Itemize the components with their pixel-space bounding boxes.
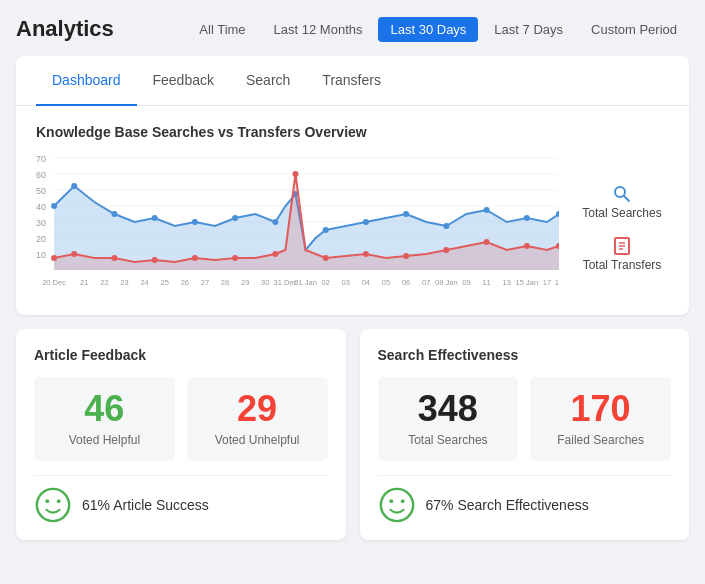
svg-point-19 [152, 215, 158, 221]
svg-point-83 [380, 489, 412, 521]
svg-text:60: 60 [36, 170, 46, 180]
chart-svg: 70 60 50 40 30 20 10 [36, 150, 559, 305]
svg-point-24 [323, 227, 329, 233]
legend-total-transfers-label: Total Transfers [583, 258, 662, 272]
svg-text:30: 30 [36, 218, 46, 228]
search-effectiveness-title: Search Effectiveness [378, 347, 672, 363]
svg-point-35 [152, 257, 158, 263]
chart-container: 70 60 50 40 30 20 10 [36, 150, 669, 305]
svg-point-85 [400, 499, 404, 503]
total-searches-box: 348 Total Searches [378, 377, 519, 461]
svg-point-21 [232, 215, 238, 221]
svg-point-32 [51, 255, 57, 261]
svg-point-82 [57, 499, 61, 503]
total-searches-label: Total Searches [388, 433, 509, 447]
transfers-icon [612, 236, 632, 256]
legend-total-transfers: Total Transfers [575, 236, 669, 272]
svg-text:03: 03 [342, 278, 350, 287]
svg-text:15 Jan: 15 Jan [515, 278, 538, 287]
voted-helpful-box: 46 Voted Helpful [34, 377, 175, 461]
voted-unhelpful-label: Voted Unhelpful [197, 433, 318, 447]
tab-dashboard[interactable]: Dashboard [36, 56, 137, 106]
failed-searches-box: 170 Failed Searches [530, 377, 671, 461]
svg-text:40: 40 [36, 202, 46, 212]
legend-total-searches: Total Searches [575, 184, 669, 220]
svg-point-43 [443, 247, 449, 253]
svg-point-28 [484, 207, 490, 213]
search-icon [612, 184, 632, 204]
svg-point-39 [292, 171, 298, 177]
tab-search[interactable]: Search [230, 56, 306, 106]
period-selector: All Time Last 12 Months Last 30 Days Las… [187, 17, 689, 42]
svg-line-75 [624, 196, 629, 201]
period-custom[interactable]: Custom Period [579, 17, 689, 42]
voted-unhelpful-box: 29 Voted Unhelpful [187, 377, 328, 461]
svg-text:22: 22 [100, 278, 108, 287]
svg-text:70: 70 [36, 154, 46, 164]
svg-text:02: 02 [321, 278, 329, 287]
svg-text:18: 18 [555, 278, 559, 287]
svg-point-41 [363, 251, 369, 257]
svg-text:07: 07 [422, 278, 430, 287]
svg-point-25 [363, 219, 369, 225]
svg-text:25: 25 [161, 278, 169, 287]
tab-bar: Dashboard Feedback Search Transfers [16, 56, 689, 106]
period-30-days[interactable]: Last 30 Days [378, 17, 478, 42]
tab-transfers[interactable]: Transfers [306, 56, 397, 106]
article-feedback-stats: 46 Voted Helpful 29 Voted Unhelpful [34, 377, 328, 461]
svg-point-26 [403, 211, 409, 217]
failed-searches-number: 170 [540, 391, 661, 427]
svg-point-22 [272, 219, 278, 225]
svg-text:13: 13 [503, 278, 511, 287]
failed-searches-label: Failed Searches [540, 433, 661, 447]
chart-area: 70 60 50 40 30 20 10 [36, 150, 559, 305]
svg-text:21: 21 [80, 278, 88, 287]
bottom-cards: Article Feedback 46 Voted Helpful 29 Vot… [16, 329, 689, 540]
svg-point-36 [192, 255, 198, 261]
svg-text:24: 24 [140, 278, 148, 287]
svg-text:04: 04 [362, 278, 370, 287]
svg-point-33 [71, 251, 77, 257]
svg-point-38 [272, 251, 278, 257]
svg-text:01 Jan: 01 Jan [294, 278, 317, 287]
voted-helpful-number: 46 [44, 391, 165, 427]
period-12-months[interactable]: Last 12 Months [262, 17, 375, 42]
chart-title: Knowledge Base Searches vs Transfers Ove… [36, 124, 669, 140]
svg-text:27: 27 [201, 278, 209, 287]
voted-unhelpful-number: 29 [197, 391, 318, 427]
page-header: Analytics All Time Last 12 Months Last 3… [16, 16, 689, 42]
article-feedback-footer: 61% Article Success [34, 475, 328, 524]
svg-text:06: 06 [402, 278, 410, 287]
svg-text:50: 50 [36, 186, 46, 196]
svg-text:20: 20 [36, 234, 46, 244]
page-title: Analytics [16, 16, 114, 42]
svg-text:11: 11 [482, 278, 490, 287]
chart-legend: Total Searches Total Transfers [559, 150, 669, 305]
svg-point-42 [403, 253, 409, 259]
svg-text:09: 09 [462, 278, 470, 287]
main-card: Dashboard Feedback Search Transfers Know… [16, 56, 689, 315]
svg-text:29: 29 [241, 278, 249, 287]
period-all-time[interactable]: All Time [187, 17, 257, 42]
svg-point-37 [232, 255, 238, 261]
period-7-days[interactable]: Last 7 Days [482, 17, 575, 42]
svg-point-81 [45, 499, 49, 503]
tab-feedback[interactable]: Feedback [137, 56, 230, 106]
svg-text:23: 23 [120, 278, 128, 287]
svg-point-34 [111, 255, 117, 261]
search-effectiveness-text: 67% Search Effectiveness [426, 497, 589, 513]
svg-point-29 [524, 215, 530, 221]
svg-point-45 [524, 243, 530, 249]
search-effectiveness-stats: 348 Total Searches 170 Failed Searches [378, 377, 672, 461]
search-effectiveness-card: Search Effectiveness 348 Total Searches … [360, 329, 690, 540]
svg-point-16 [51, 203, 57, 209]
search-effectiveness-smiley [378, 486, 416, 524]
svg-point-44 [484, 239, 490, 245]
chart-section: Knowledge Base Searches vs Transfers Ove… [16, 106, 689, 315]
article-success-smiley [34, 486, 72, 524]
svg-point-17 [71, 183, 77, 189]
article-success-text: 61% Article Success [82, 497, 209, 513]
svg-text:10: 10 [36, 250, 46, 260]
svg-text:30: 30 [261, 278, 269, 287]
svg-point-40 [323, 255, 329, 261]
